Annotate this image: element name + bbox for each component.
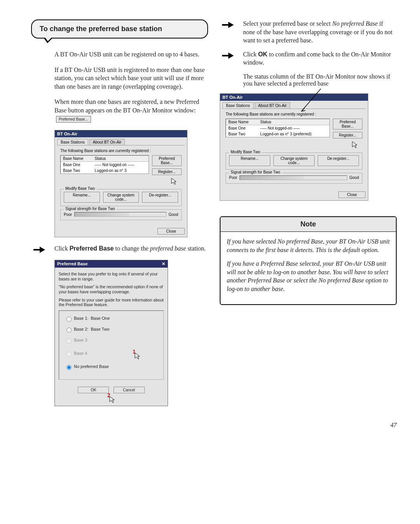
radio-base-4: Base 4 1 [65, 348, 158, 359]
label-poor: Poor [229, 175, 237, 180]
callout-title: To change the preferred base station [31, 19, 208, 39]
rename-button[interactable]: Rename... [64, 192, 100, 203]
paragraph: When more than one bases are registered,… [54, 98, 208, 123]
preferred-base-inline-button[interactable]: Preferred Base... [56, 116, 91, 123]
note-title: Note [220, 217, 396, 232]
note-paragraph: If you have a Preferred Base selected, y… [227, 259, 390, 293]
close-button[interactable]: Close [158, 228, 185, 235]
radio-no-preferred[interactable]: No preferred Base [65, 364, 158, 370]
callout-text: To change the preferred base station [40, 25, 162, 33]
preferred-base-dialog: Preferred Base ✕ Select the base you pre… [54, 260, 168, 406]
cursor-icon [152, 177, 182, 186]
group-signal-legend: Signal strength for Base Two [229, 170, 282, 174]
cursor-1-icon: 1 [131, 348, 142, 359]
table-row[interactable]: Base Two Logged-on as n° 3 [61, 168, 149, 173]
column-header: Status [258, 119, 329, 125]
register-button[interactable]: Register... [333, 132, 362, 138]
tab-about[interactable]: About BT On-Air [255, 102, 290, 109]
change-code-button[interactable]: Change system code... [273, 155, 315, 166]
tab-base-stations[interactable]: Base Stations [222, 102, 254, 109]
arrow-bullet-icon [220, 50, 243, 60]
group-modify-legend: Modify Base Two [64, 186, 96, 191]
deregister-button[interactable]: De-register... [318, 155, 359, 166]
radio-base-1[interactable]: Base 1: Base One [65, 315, 158, 322]
arrow-bullet-icon [220, 19, 243, 30]
window-intro: The following Base stations are currentl… [226, 112, 362, 116]
cursor-2-icon: 2 [106, 392, 117, 403]
rename-button[interactable]: Rename... [229, 155, 270, 166]
note-paragraph: If you have selected No preferred Base, … [227, 237, 390, 254]
preferred-base-button[interactable]: Preferred Base... [333, 119, 362, 130]
close-icon[interactable]: ✕ [162, 261, 165, 266]
bt-onair-window-1: BT On-Air Base Stations About BT On-Air … [54, 130, 187, 237]
window-title: BT On-Air [55, 130, 187, 137]
paragraph: If a BT On-Air USB unit is registered to… [54, 66, 208, 91]
arrow-bullet-icon [31, 244, 54, 254]
column-header: Status [93, 156, 149, 162]
page-number: 47 [0, 418, 420, 436]
tab-base-stations[interactable]: Base Stations [57, 139, 88, 145]
column-header: Base Name [61, 156, 93, 162]
paragraph: The status column of the BT On-Air Monit… [243, 73, 397, 87]
window-intro: The following Base stations are currentl… [60, 149, 182, 153]
close-button[interactable]: Close [338, 191, 366, 198]
paragraph: A BT On-Air USB unit can be registered o… [54, 50, 208, 59]
deregister-button[interactable]: De-register... [142, 192, 178, 203]
bt-onair-window-2: BT On-Air Base Stations About BT On-Air … [220, 93, 368, 201]
base-list[interactable]: Base Name Status Base One ----- Not logg… [226, 119, 330, 137]
register-button[interactable]: Register... [152, 168, 182, 175]
step-text: Click OK to confirm and come back to the… [243, 50, 397, 67]
group-signal-legend: Signal strength for Base Two [64, 207, 117, 211]
tab-about[interactable]: About BT On-Air [89, 139, 125, 145]
table-row[interactable]: Base Two Logged-on as n° 3 (preferred) [226, 131, 329, 137]
radio-base-3: Base 3 [65, 337, 158, 343]
callout-tail-icon [44, 38, 53, 43]
ok-button[interactable]: OK [78, 387, 109, 393]
label-poor: Poor [64, 212, 72, 217]
signal-strength-bar [240, 175, 347, 180]
preferred-base-button[interactable]: Preferred Base... [152, 155, 182, 166]
table-row[interactable]: Base One ----- Not logged-on ----- [61, 162, 149, 168]
radio-base-2[interactable]: Base 2: Base Two [65, 326, 158, 333]
cursor-icon [333, 141, 362, 149]
change-code-button[interactable]: Change system code... [103, 192, 139, 203]
label-good: Good [169, 212, 178, 217]
label-good: Good [350, 175, 359, 180]
dialog-text: Select the base you prefer to log onto i… [59, 272, 164, 281]
note-box: Note If you have selected No preferred B… [220, 216, 397, 305]
window-title: BT On-Air [220, 94, 368, 101]
dialog-title: Preferred Base [57, 261, 88, 266]
step-text: Click Preferred Base to change the prefe… [54, 244, 206, 253]
signal-strength-bar [74, 212, 166, 217]
dialog-text: "No preferred base" is the recommended o… [59, 284, 164, 294]
base-list[interactable]: Base Name Status Base One ----- Not logg… [60, 155, 149, 174]
column-header: Base Name [226, 119, 258, 125]
dialog-text: Please refer to your user guide for more… [59, 298, 164, 307]
group-modify-legend: Modify Base Two [229, 150, 262, 154]
table-row[interactable]: Base One ----- Not logged-on ----- [226, 125, 329, 131]
step-text: Select your preferred base or select No … [243, 19, 397, 45]
